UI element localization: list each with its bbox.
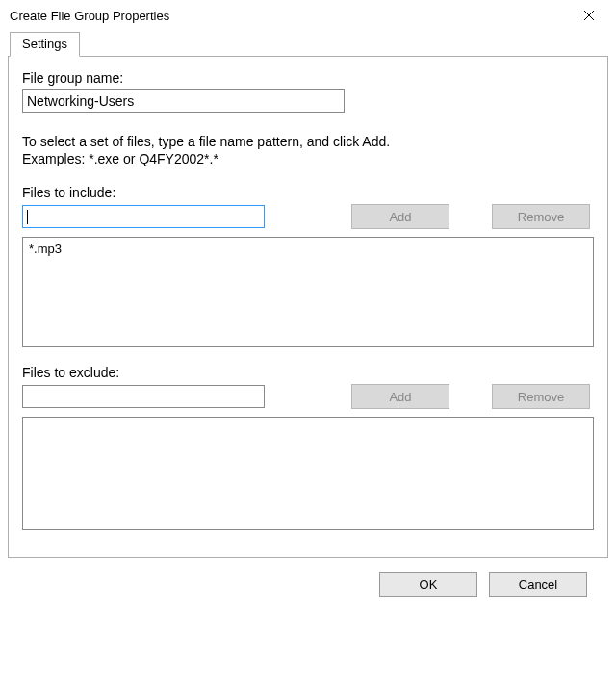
settings-panel: File group name: To select a set of file… [8, 56, 608, 558]
hint-line-2: Examples: *.exe or Q4FY2002*.* [22, 151, 218, 166]
file-group-name-input[interactable] [22, 89, 345, 113]
include-add-button[interactable]: Add [351, 204, 449, 229]
exclude-label: Files to exclude: [22, 365, 594, 380]
hint-line-1: To select a set of files, type a file na… [22, 134, 390, 149]
window-title: Create File Group Properties [10, 9, 169, 23]
tab-settings[interactable]: Settings [10, 32, 80, 57]
pattern-hint: To select a set of files, type a file na… [22, 134, 594, 167]
include-label: Files to include: [22, 185, 594, 200]
exclude-listbox[interactable] [22, 417, 594, 530]
close-icon [583, 10, 595, 21]
file-group-name-label: File group name: [22, 70, 594, 86]
include-listbox[interactable]: *.mp3 [22, 237, 594, 347]
titlebar: Create File Group Properties [0, 0, 616, 31]
tabstrip: Settings [8, 32, 608, 57]
ok-button[interactable]: OK [379, 572, 477, 597]
exclude-add-button[interactable]: Add [351, 384, 449, 409]
exclude-remove-button[interactable]: Remove [492, 384, 590, 409]
cancel-button[interactable]: Cancel [489, 572, 587, 597]
close-button[interactable] [572, 2, 606, 29]
include-remove-button[interactable]: Remove [492, 204, 590, 229]
list-item[interactable]: *.mp3 [29, 242, 587, 256]
include-pattern-input[interactable] [22, 205, 265, 228]
exclude-pattern-input[interactable] [22, 385, 265, 408]
dialog-footer: OK Cancel [8, 558, 608, 597]
